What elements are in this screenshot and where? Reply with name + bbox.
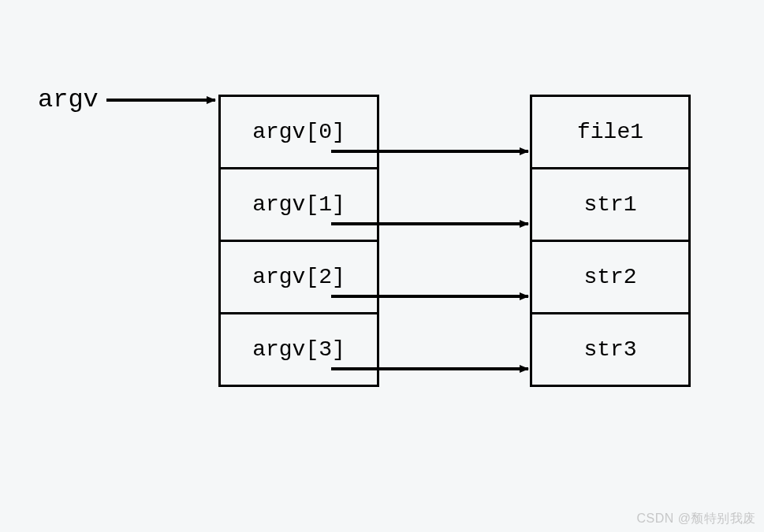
diagram-arrows (0, 0, 764, 532)
watermark-text: CSDN @颓特别我废 (636, 511, 756, 527)
